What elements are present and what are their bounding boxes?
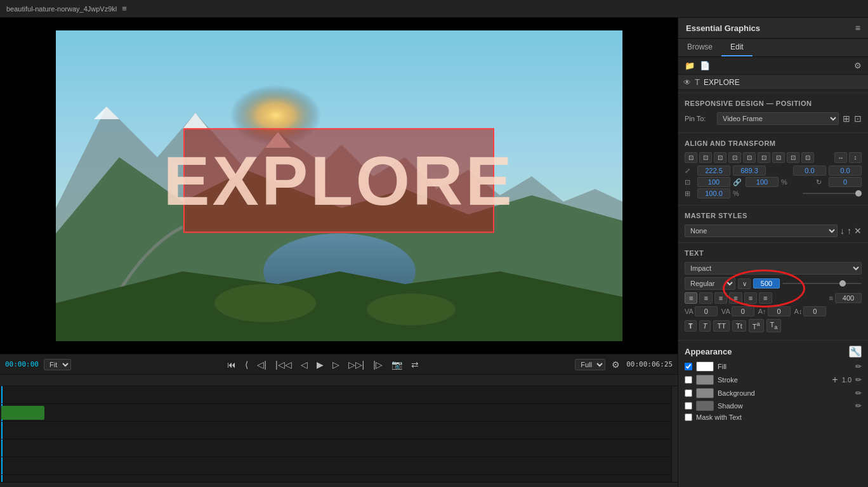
align-section: ⊡ ⊡ ⊡ ⊡ ⊡ ⊡ ⊡ ⊡ ⊡ ↔ ↕ ⤢ 222.5 689.3 0.0 — [678, 150, 868, 202]
shadow-color-swatch[interactable] — [696, 401, 714, 411]
tab-browse[interactable]: Browse — [678, 39, 721, 56]
forward-button[interactable]: ▷ — [330, 358, 342, 371]
jump-forward-button[interactable]: ▷▷| — [346, 358, 367, 371]
font-size-slider[interactable] — [782, 283, 862, 284]
fill-label: Fill — [718, 363, 852, 370]
align-center-mid-btn[interactable]: ⊡ — [743, 152, 756, 163]
align-center-bot-btn[interactable]: ⊡ — [787, 152, 799, 163]
prev-frame-button[interactable]: ◁| — [254, 358, 269, 371]
align-right-mid-btn[interactable]: ⊡ — [758, 152, 770, 163]
next-frame-button[interactable]: |▷ — [371, 358, 385, 371]
align-left-top-btn[interactable]: ⊡ — [685, 152, 697, 163]
opacity-slider[interactable] — [803, 193, 862, 194]
size2-input[interactable] — [803, 306, 826, 316]
align-center-btn[interactable]: ≡ — [699, 292, 712, 304]
back-button[interactable]: ◁ — [298, 358, 310, 371]
background-edit-btn[interactable]: ✏ — [855, 389, 862, 398]
background-checkbox[interactable] — [685, 389, 692, 397]
eg-menu-icon[interactable]: ≡ — [855, 23, 860, 33]
rewind-button[interactable]: ⏮ — [225, 358, 239, 371]
rotation-y-input[interactable]: 0.0 — [829, 166, 862, 176]
scale-y-input[interactable]: 100 — [746, 177, 779, 187]
distribute-v-btn[interactable]: ↕ — [849, 152, 862, 163]
settings-icon-btn[interactable]: ⚙ — [853, 60, 863, 72]
align-v-bot-btn[interactable]: ≡ — [759, 292, 772, 304]
copy-icon-btn[interactable]: 📄 — [699, 60, 711, 72]
font-family-select[interactable]: Impact — [685, 262, 862, 275]
jump-back-button[interactable]: |◁◁ — [273, 358, 294, 371]
background-color-swatch[interactable] — [696, 388, 714, 398]
master-styles-down-btn[interactable]: ↓ — [840, 226, 845, 236]
baseline-input[interactable] — [768, 306, 791, 316]
rotation-x-input[interactable]: 0.0 — [793, 166, 826, 176]
pin-icon-btn[interactable]: ⊞ — [843, 114, 850, 124]
menu-icon[interactable]: ≡ — [122, 4, 127, 13]
superscript-btn[interactable]: Ta — [749, 319, 764, 332]
mask-with-text-checkbox[interactable] — [685, 413, 692, 421]
pin-icon-btn-2[interactable]: ⊡ — [854, 114, 862, 124]
stroke-row: Stroke + 1.0 ✏ — [685, 374, 862, 386]
tracking-input[interactable] — [732, 306, 754, 316]
font-size-input[interactable]: 500 — [753, 278, 780, 289]
layer-visibility-icon[interactable]: 👁 — [683, 78, 691, 87]
align-right-bot-btn[interactable]: ⊡ — [801, 152, 814, 163]
stroke-add-btn[interactable]: + — [832, 374, 838, 386]
timeline-clip-green[interactable] — [1, 406, 44, 420]
baseline-group: A↑ — [758, 306, 791, 316]
timeline-track-3 — [0, 422, 671, 439]
position-x-input[interactable]: 222.5 — [697, 166, 730, 176]
opacity-pct-input[interactable] — [697, 188, 730, 198]
bold-btn[interactable]: T — [685, 320, 697, 332]
align-v-top-btn[interactable]: ≡ — [729, 292, 742, 304]
align-left-mid-btn[interactable]: ⊡ — [728, 152, 741, 163]
fill-edit-btn[interactable]: ✏ — [855, 362, 862, 371]
quality-select[interactable]: Full — [575, 359, 605, 370]
play-button[interactable]: ▶ — [314, 358, 326, 371]
opacity-input[interactable]: 0 — [829, 177, 862, 187]
font-style-select[interactable]: Regular — [685, 277, 735, 290]
appearance-section: Appearance 🔧 Fill ✏ Stroke + 1.0 ✏ — [678, 343, 868, 424]
align-right-btn[interactable]: ≡ — [714, 292, 727, 304]
master-styles-select[interactable]: None — [685, 224, 838, 237]
align-center-top-btn[interactable]: ⊡ — [699, 152, 712, 163]
wrench-button[interactable]: ⚙ — [609, 358, 622, 371]
timeline-scrollbar[interactable] — [0, 482, 678, 487]
fill-color-swatch[interactable] — [696, 361, 714, 372]
kern-input[interactable] — [695, 306, 718, 316]
line-spacing-input[interactable]: 400 — [835, 293, 862, 303]
scale-x-input[interactable]: 100 — [697, 177, 730, 187]
divider-5 — [678, 340, 868, 341]
timeline — [0, 374, 678, 487]
align-right-top-btn[interactable]: ⊡ — [714, 152, 727, 163]
fill-checkbox[interactable] — [685, 363, 692, 370]
main-layout: EXPLORE 00:00:00 Fit ⏮ ⟨ ◁| |◁◁ ◁ ▶ ▷ ▷▷… — [0, 18, 868, 487]
italic-btn[interactable]: T — [699, 320, 711, 332]
scrollbar-vertical[interactable] — [671, 386, 678, 482]
folder-icon-btn[interactable]: 📁 — [683, 60, 696, 72]
position-y-input[interactable]: 689.3 — [733, 166, 766, 176]
tab-edit[interactable]: Edit — [721, 39, 753, 56]
shadow-checkbox[interactable] — [685, 402, 692, 410]
stroke-edit-btn[interactable]: ✏ — [855, 375, 862, 384]
align-left-bot-btn[interactable]: ⊡ — [772, 152, 785, 163]
distribute-h-btn[interactable]: ↔ — [834, 152, 847, 163]
fit-select[interactable]: Fit — [44, 359, 71, 370]
master-styles-up-btn[interactable]: ↑ — [847, 226, 852, 236]
smallcaps-btn[interactable]: Tt — [732, 320, 746, 332]
align-left-btn[interactable]: ≡ — [685, 292, 697, 304]
pin-to-select[interactable]: Video Frame — [717, 112, 839, 125]
loop-button[interactable]: ⇄ — [409, 358, 421, 371]
align-v-mid-btn[interactable]: ≡ — [744, 292, 757, 304]
shadow-edit-btn[interactable]: ✏ — [855, 401, 862, 410]
allcaps-btn[interactable]: TT — [713, 320, 729, 332]
explore-overlay[interactable]: EXPLORE — [183, 128, 494, 233]
step-back-button[interactable]: ⟨ — [242, 358, 251, 371]
right-panel: Essential Graphics ≡ Browse Edit 📁 📄 ⚙ 👁… — [678, 18, 868, 487]
subscript-btn[interactable]: Ta — [766, 319, 782, 332]
stroke-checkbox[interactable] — [685, 376, 692, 384]
font-style-expand-btn[interactable]: ∨ — [738, 278, 751, 289]
stroke-color-swatch[interactable] — [696, 375, 714, 385]
camera-button[interactable]: 📷 — [389, 358, 405, 371]
appearance-wrench-btn[interactable]: 🔧 — [849, 346, 862, 358]
master-styles-x-btn[interactable]: ✕ — [854, 226, 862, 236]
